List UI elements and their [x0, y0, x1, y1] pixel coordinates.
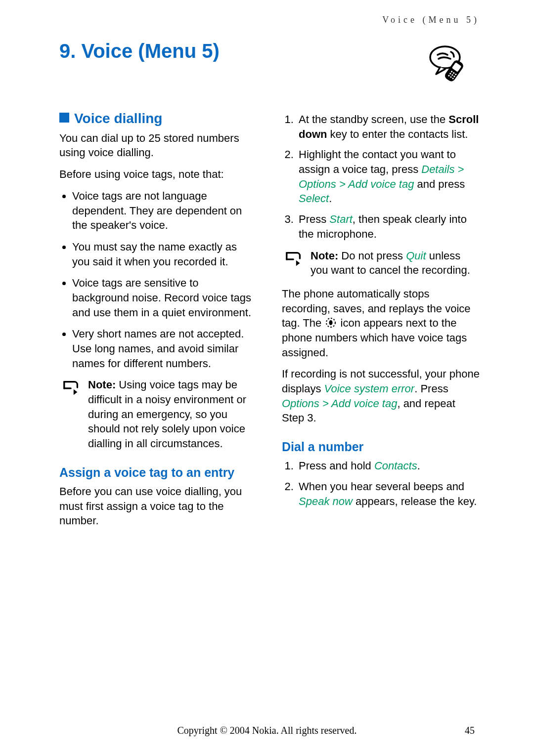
right-column: At the standby screen, use the Scroll do… [282, 109, 480, 535]
svg-point-13 [329, 320, 333, 325]
list-item: Press Start, then speak clearly into the… [297, 212, 480, 241]
list-item: When you hear several beeps and Speak no… [297, 479, 480, 508]
menu-sep: > [336, 178, 348, 190]
assign-heading: Assign a voice tag to an entry [59, 465, 257, 480]
menu-path-options: Options [282, 397, 319, 410]
note-text: Note: Using voice tags may be difficult … [88, 378, 257, 451]
page-number: 45 [465, 725, 475, 736]
menu-path-options: Options [299, 178, 336, 190]
list-item: At the standby screen, use the Scroll do… [297, 112, 480, 141]
step-text: Press [299, 213, 329, 225]
list-item: Press and hold Contacts. [297, 459, 480, 473]
vd-bullet-list: Voice tags are not language dependent. T… [59, 189, 257, 371]
running-head: Voice (Menu 5) [59, 15, 480, 25]
vd-before: Before using voice tags, note that: [59, 167, 257, 182]
voice-dialling-heading: Voice dialling [59, 109, 257, 128]
footer-copyright: Copyright © 2004 Nokia. All rights reser… [0, 725, 534, 736]
list-item: Voice tags are sensitive to background n… [72, 276, 257, 320]
chapter-title: 9. Voice (Menu 5) [59, 40, 220, 62]
chapter-header-row: 9. Voice (Menu 5) [59, 40, 480, 84]
voice-tag-icon [324, 317, 337, 328]
key-select: Select [299, 192, 329, 205]
quit-note-a: Do not press [341, 250, 406, 262]
menu-path-details: Details [421, 163, 454, 175]
text: When you hear several beeps and [299, 480, 464, 493]
key-contacts: Contacts [374, 460, 417, 472]
msg-speak-now: Speak now [299, 495, 353, 507]
list-item: Highlight the contact you want to assign… [297, 147, 480, 206]
list-item: You must say the name exactly as you sai… [72, 240, 257, 269]
note-box: Note: Using voice tags may be difficult … [62, 378, 257, 451]
note-label: Note: [311, 250, 338, 262]
dial-heading: Dial a number [282, 439, 480, 455]
note-box: Note: Do not press Quit unless you want … [285, 249, 480, 278]
note-arrow-icon [62, 379, 81, 396]
period: . [329, 192, 332, 205]
step-text: key to enter the contacts list. [327, 128, 468, 140]
section-marker-icon [59, 113, 69, 123]
text: Press and hold [299, 460, 374, 472]
menu-sep: > [319, 397, 331, 410]
menu-path-addtag: Add voice tag [331, 397, 397, 410]
step-text: and press [414, 178, 465, 190]
list-item: Very short names are not accepted. Use l… [72, 327, 257, 371]
key-quit: Quit [406, 250, 426, 262]
error-para: If recording is not successful, your pho… [282, 367, 480, 425]
text: appears, release the key. [353, 495, 477, 507]
note-label: Note: [88, 378, 116, 391]
list-item: Voice tags are not language dependent. T… [72, 189, 257, 233]
step-text: At the standby screen, use the [299, 113, 448, 126]
voice-phone-icon [425, 40, 480, 84]
msg-vse: Voice system error [324, 382, 415, 395]
assign-steps: At the standby screen, use the Scroll do… [282, 112, 480, 242]
menu-sep: > [455, 163, 464, 175]
note-arrow-icon [285, 251, 304, 267]
vd-intro: You can dial up to 25 stored numbers usi… [59, 131, 257, 160]
menu-path-addtag: Add voice tag [348, 178, 414, 190]
content-columns: Voice dialling You can dial up to 25 sto… [59, 109, 480, 535]
assign-intro: Before you can use voice dialling, you m… [59, 484, 257, 528]
period: . [417, 460, 420, 472]
after-recording-para: The phone automatically stops recording,… [282, 287, 480, 360]
key-start: Start [329, 213, 352, 225]
left-column: Voice dialling You can dial up to 25 sto… [59, 109, 257, 535]
heading-text: Voice dialling [74, 111, 162, 126]
dial-steps: Press and hold Contacts. When you hear s… [282, 459, 480, 508]
note-text: Note: Do not press Quit unless you want … [311, 249, 480, 278]
page: Voice (Menu 5) 9. Voice (Menu 5) [0, 0, 534, 756]
text: . Press [414, 382, 448, 395]
